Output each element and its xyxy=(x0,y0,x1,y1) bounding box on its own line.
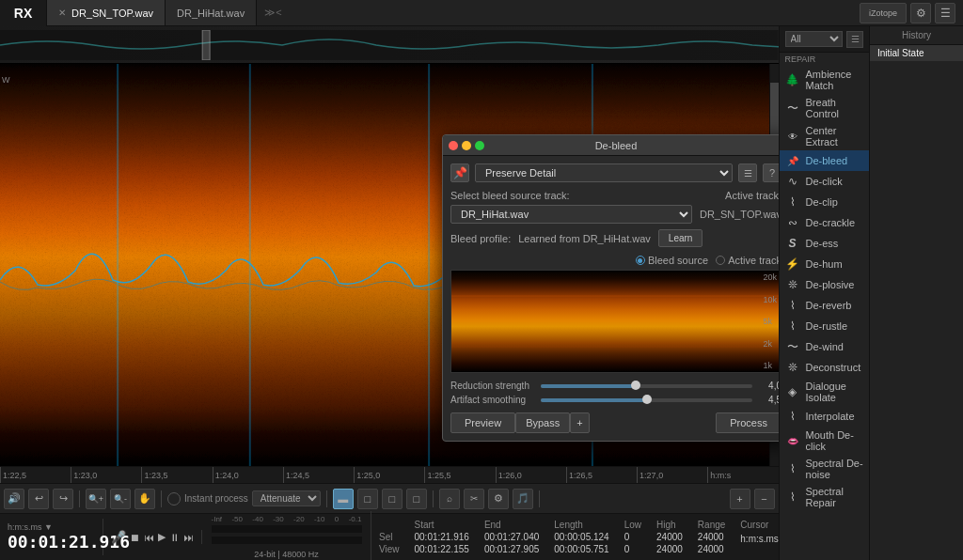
speaker-tool[interactable]: 🔊 xyxy=(4,489,24,509)
spectrogram-area[interactable]: W + − xyxy=(0,64,779,466)
top-bar: RX ✕ DR_SN_TOP.wav DR_HiHat.wav ≫< iZoto… xyxy=(0,0,963,26)
music-tool[interactable]: 🎵 xyxy=(513,489,533,509)
plus-button[interactable]: + xyxy=(570,412,589,433)
smoothing-thumb[interactable] xyxy=(642,395,652,404)
stat-col-length: Length 00:00:05.124 00:00:05.751 xyxy=(554,520,608,554)
sidebar-grid-button[interactable]: ☰ xyxy=(846,31,863,48)
settings-button[interactable]: ⚙ xyxy=(910,3,931,23)
sidebar-item-de-reverb[interactable]: ⌇ De-reverb xyxy=(780,295,869,316)
scrollbar-thumb[interactable] xyxy=(770,83,779,139)
radio-bleed-source[interactable]: Bleed source xyxy=(636,255,708,266)
reduction-thumb[interactable] xyxy=(631,381,640,390)
view-end: 00:01:27.905 xyxy=(484,544,539,554)
zoom-out-v-tool[interactable]: − xyxy=(754,489,775,509)
dialog-title-bar[interactable]: De-bleed xyxy=(443,135,779,156)
sidebar-item-spectral-repair[interactable]: ⌇ Spectral Repair xyxy=(780,483,869,511)
freq-20k: 20k xyxy=(763,272,777,282)
sidebar-item-breath-control[interactable]: 〜 Breath Control xyxy=(780,94,869,122)
stop-button[interactable]: ⏹ xyxy=(130,532,140,543)
history-item-initial[interactable]: Initial State xyxy=(870,45,963,61)
time-marks: 1:22,5 1:23,0 1:23,5 1:24,0 1:24,5 1:25,… xyxy=(0,467,779,483)
radio-active-dot xyxy=(716,256,725,265)
sidebar-item-ambience-match[interactable]: 🌲 Ambience Match xyxy=(780,66,869,94)
sidebar-item-center-extract[interactable]: 👁 Center Extract xyxy=(780,122,869,150)
time-mark-4: 1:24,5 xyxy=(283,467,354,483)
sidebar-item-de-clip[interactable]: ⌇ De-clip xyxy=(780,192,869,212)
bypass-button[interactable]: Bypass xyxy=(515,412,570,433)
stat-col-end: End 00:01:27.040 00:01:27.905 xyxy=(484,520,539,554)
zoom-out-h-tool[interactable]: 🔍- xyxy=(110,489,131,509)
instant-process-toggle[interactable] xyxy=(167,492,181,506)
tab-close-icon[interactable]: ✕ xyxy=(58,8,66,18)
learn-button[interactable]: Learn xyxy=(658,229,703,247)
close-traffic-light[interactable] xyxy=(449,141,458,150)
settings-tool[interactable]: ⚙ xyxy=(488,489,509,509)
help-button[interactable]: ? xyxy=(763,163,779,182)
de-clip-label: De-clip xyxy=(806,196,838,208)
sidebar-item-interpolate[interactable]: ⌇ Interpolate xyxy=(780,406,869,427)
channel-tool-3[interactable]: □ xyxy=(382,489,403,509)
cut-tool[interactable]: ✂ xyxy=(464,489,484,509)
pin-button[interactable]: 📌 xyxy=(450,163,469,182)
sidebar-item-spectral-de-noise[interactable]: ⌇ Spectral De-noise xyxy=(780,455,869,483)
undo-tool[interactable]: ↩ xyxy=(28,489,49,509)
zoom-in-h-tool[interactable]: 🔍+ xyxy=(86,489,106,509)
radio-group: Bleed source Active track xyxy=(450,255,779,266)
bleed-source-select[interactable]: DR_HiHat.wav xyxy=(450,205,692,224)
channel-tool-2[interactable]: □ xyxy=(357,489,378,509)
time-mark-7: 1:26,0 xyxy=(496,467,566,483)
redo-tool[interactable]: ↪ xyxy=(53,489,73,509)
hand-tool[interactable]: ✋ xyxy=(134,489,155,509)
sidebar-filter-select[interactable]: All xyxy=(785,31,843,47)
mic-icon[interactable]: 🎤 xyxy=(111,530,126,544)
sidebar-item-de-ess[interactable]: S De-ess xyxy=(780,233,869,254)
dialog-toolbar: 📌 Preserve Detail ☰ ? xyxy=(450,163,779,182)
sidebar-item-de-plosive[interactable]: ❊ De-plosive xyxy=(780,274,869,295)
process-button[interactable]: Process xyxy=(716,412,778,433)
svg-rect-6 xyxy=(428,64,430,466)
maximize-traffic-light[interactable] xyxy=(475,141,484,150)
next-button[interactable]: ⏭ xyxy=(183,532,194,543)
attenuation-select[interactable]: Attenuate xyxy=(252,490,321,506)
interpolate-label: Interpolate xyxy=(806,411,855,422)
sidebar-item-mouth-de-click[interactable]: 👄 Mouth De-click xyxy=(780,427,869,455)
menu-button[interactable]: ☰ xyxy=(935,3,955,23)
sidebar-item-de-hum[interactable]: ⚡ De-hum xyxy=(780,254,869,274)
sidebar-item-dialogue-isolate[interactable]: ◈ Dialogue Isolate xyxy=(780,378,869,406)
mini-waveform[interactable] xyxy=(0,26,779,64)
breath-control-icon: 〜 xyxy=(785,101,800,116)
izotope-logo: iZotope xyxy=(860,3,907,23)
sidebar-item-de-crackle[interactable]: ∾ De-crackle xyxy=(780,212,869,233)
prev-button[interactable]: ⏮ xyxy=(144,532,154,543)
preset-select[interactable]: Preserve Detail xyxy=(475,163,733,182)
sidebar-item-deconstruct[interactable]: ❊ Deconstruct xyxy=(780,357,869,378)
history-title: History xyxy=(870,26,963,45)
preview-button[interactable]: Preview xyxy=(450,412,515,433)
view-label: View xyxy=(379,544,400,554)
search-tool[interactable]: ⌕ xyxy=(439,489,460,509)
tab-dr-sn-top[interactable]: ✕ DR_SN_TOP.wav xyxy=(47,0,166,25)
sidebar-item-de-rustle[interactable]: ⌇ De-rustle xyxy=(780,316,869,336)
smoothing-slider[interactable] xyxy=(541,398,752,402)
sel-low: 0 xyxy=(624,532,641,542)
sidebar-item-de-click[interactable]: ∿ De-click xyxy=(780,171,869,192)
channel-tool-1[interactable]: ▬ xyxy=(333,489,354,509)
artifact-smoothing-row: Artifact smoothing 4,5 xyxy=(450,395,779,405)
zoom-in-v-tool[interactable]: + xyxy=(730,489,750,509)
dialog-traffic-lights xyxy=(449,141,484,150)
stat-col-high: High 24000 24000 xyxy=(656,520,683,554)
tab-bar: ✕ DR_SN_TOP.wav DR_HiHat.wav ≫< xyxy=(47,0,852,25)
pause-button[interactable]: ⏸ xyxy=(169,532,180,543)
top-right-area: iZotope ⚙ ☰ xyxy=(852,3,963,23)
minimize-traffic-light[interactable] xyxy=(462,141,471,150)
reduction-slider[interactable] xyxy=(541,384,752,388)
preset-menu-button[interactable]: ☰ xyxy=(738,163,757,182)
tab-dr-hihat[interactable]: DR_HiHat.wav xyxy=(166,0,257,25)
channel-tool-4[interactable]: □ xyxy=(406,489,427,509)
sidebar-item-de-wind[interactable]: 〜 De-wind xyxy=(780,336,869,357)
time-mark-2: 1:23,5 xyxy=(141,467,212,483)
sidebar-item-de-bleed[interactable]: 📌 De-bleed xyxy=(780,150,869,171)
radio-active-track[interactable]: Active track xyxy=(716,255,778,266)
play-button[interactable]: ▶ xyxy=(158,531,166,543)
dialog-title-text: De-bleed xyxy=(595,140,638,151)
